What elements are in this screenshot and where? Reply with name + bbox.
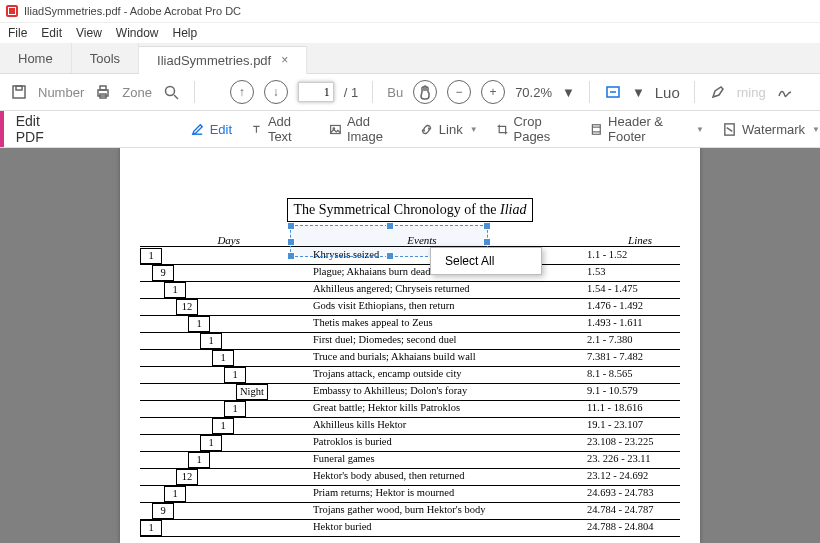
event-cell: First duel; Diomedes; second duel — [310, 333, 584, 349]
hand-tool-icon[interactable] — [413, 80, 437, 104]
table-row[interactable]: 1Trojans attack, encamp outside city8.1 … — [140, 367, 680, 384]
menu-select-all[interactable]: Select All — [431, 250, 541, 272]
event-cell: Truce and burials; Akhaians build wall — [310, 350, 584, 366]
tab-tools[interactable]: Tools — [72, 43, 139, 73]
close-icon[interactable]: × — [281, 53, 288, 67]
highlight-icon[interactable] — [709, 83, 727, 101]
link-button[interactable]: Link▼ — [419, 122, 478, 137]
day-chip: 1 — [224, 367, 246, 383]
svg-rect-0 — [13, 86, 25, 98]
zoom-in-icon[interactable]: + — [481, 80, 505, 104]
sign-icon[interactable] — [776, 83, 794, 101]
day-chip: 1 — [212, 350, 234, 366]
page-title[interactable]: The Symmetrical Chronology of the Iliad — [287, 198, 534, 222]
event-cell: Embassy to Akhilleus; Dolon's foray — [310, 384, 584, 400]
window-title: IliadSymmetries.pdf - Adobe Acrobat Pro … — [24, 5, 241, 17]
add-text-button[interactable]: Add Text — [250, 114, 311, 144]
pdf-page[interactable]: The Symmetrical Chronology of the Iliad … — [120, 148, 700, 543]
lines-cell: 1.54 - 1.475 — [584, 282, 680, 298]
page-down-icon[interactable]: ↓ — [264, 80, 288, 104]
lines-cell: 11.1 - 18.616 — [584, 401, 680, 417]
day-chip: Night — [236, 384, 268, 400]
day-chip: 1 — [224, 401, 246, 417]
table-row[interactable]: 1Akhilleus kills Hektor19.1 - 23.107 — [140, 418, 680, 435]
table-row[interactable]: 1Priam returns; Hektor is mourned24.693 … — [140, 486, 680, 503]
table-row[interactable]: 1First duel; Diomedes; second duel2.1 - … — [140, 333, 680, 350]
lines-cell: 1.53 — [584, 265, 680, 281]
table-row[interactable]: 1Hektor buried24.788 - 24.804 — [140, 520, 680, 537]
svg-rect-1 — [16, 86, 22, 90]
page-up-icon[interactable]: ↑ — [230, 80, 254, 104]
day-chip: 1 — [188, 452, 210, 468]
fit-width-icon[interactable] — [604, 83, 622, 101]
lines-cell: 1.476 - 1.492 — [584, 299, 680, 315]
day-chip: 1 — [164, 486, 186, 502]
table-row[interactable]: 9Trojans gather wood, burn Hektor's body… — [140, 503, 680, 520]
menu-file[interactable]: File — [8, 26, 27, 40]
tab-document[interactable]: IliadSymmetries.pdf × — [139, 46, 307, 74]
lines-cell: 7.381 - 7.482 — [584, 350, 680, 366]
event-cell: Gods visit Ethiopians, then return — [310, 299, 584, 315]
main-toolbar: Number Zone ↑ ↓ / 1 Bu − + 70.2%▼ ▼ Luo … — [0, 74, 820, 111]
lines-cell: 23.108 - 23.225 — [584, 435, 680, 451]
context-menu: Select All — [430, 247, 542, 275]
table-row[interactable]: 12Gods visit Ethiopians, then return1.47… — [140, 299, 680, 316]
table-row[interactable]: 9Plague; Akhaians burn dead bodies1.53 — [140, 265, 680, 282]
luo-label: Luo — [655, 84, 680, 101]
menu-edit[interactable]: Edit — [41, 26, 62, 40]
day-chip: 9 — [152, 265, 174, 281]
print-icon[interactable] — [94, 83, 112, 101]
lines-cell: 1.493 - 1.611 — [584, 316, 680, 332]
save-icon[interactable] — [10, 83, 28, 101]
crop-pages-button[interactable]: Crop Pages — [496, 114, 573, 144]
day-chip: 12 — [176, 299, 198, 315]
table-row[interactable]: 1Akhilleus angered; Chryseis returned1.5… — [140, 282, 680, 299]
svg-line-6 — [174, 95, 178, 99]
table-row[interactable]: 1Funeral games23. 226 - 23.11 — [140, 452, 680, 469]
svg-point-5 — [165, 87, 174, 96]
event-cell: Hektor's body abused, then returned — [310, 469, 584, 485]
header-footer-button[interactable]: Header & Footer▼ — [590, 114, 704, 144]
event-cell: Priam returns; Hektor is mourned — [310, 486, 584, 502]
add-image-button[interactable]: Add Image — [329, 114, 401, 144]
tab-bar: Home Tools IliadSymmetries.pdf × — [0, 43, 820, 74]
lines-cell: 19.1 - 23.107 — [584, 418, 680, 434]
menu-help[interactable]: Help — [173, 26, 198, 40]
day-chip: 1 — [140, 248, 162, 264]
table-row[interactable]: 1Patroklos is buried23.108 - 23.225 — [140, 435, 680, 452]
bu-label: Bu — [387, 85, 403, 100]
ghost-number: Number — [38, 85, 84, 100]
day-chip: 9 — [152, 503, 174, 519]
hdr-lines: Lines — [600, 234, 680, 246]
svg-rect-9 — [331, 125, 341, 133]
lines-cell: 24.788 - 24.804 — [584, 520, 680, 536]
menu-view[interactable]: View — [76, 26, 102, 40]
table-row[interactable]: 1Great battle; Hektor kills Patroklos11.… — [140, 401, 680, 418]
event-cell: Patroklos is buried — [310, 435, 584, 451]
table-row[interactable]: NightEmbassy to Akhilleus; Dolon's foray… — [140, 384, 680, 401]
watermark-button[interactable]: Watermark▼ — [722, 122, 820, 137]
zoom-out-icon[interactable]: − — [447, 80, 471, 104]
event-cell: Akhilleus kills Hektor — [310, 418, 584, 434]
lines-cell: 24.784 - 24.787 — [584, 503, 680, 519]
lines-cell: 23.12 - 24.692 — [584, 469, 680, 485]
table-row[interactable]: 1Khryseis seized1.1 - 1.52 — [140, 248, 680, 265]
hdr-days: Days — [140, 234, 244, 246]
edit-pdf-title: Edit PDF — [4, 111, 80, 147]
page-number-input[interactable] — [298, 82, 334, 102]
tab-home[interactable]: Home — [0, 43, 72, 73]
table-row[interactable]: 1Truce and burials; Akhaians build wall7… — [140, 350, 680, 367]
title-bar: IliadSymmetries.pdf - Adobe Acrobat Pro … — [0, 0, 820, 23]
edit-button[interactable]: Edit — [190, 122, 232, 137]
zoom-level[interactable]: 70.2% — [515, 85, 552, 100]
table-row[interactable]: 1Thetis makes appeal to Zeus1.493 - 1.61… — [140, 316, 680, 333]
svg-line-15 — [727, 127, 733, 131]
document-workspace[interactable]: The Symmetrical Chronology of the Iliad … — [0, 148, 820, 543]
search-icon[interactable] — [162, 83, 180, 101]
svg-rect-3 — [100, 86, 106, 90]
lines-cell: 2.1 - 7.380 — [584, 333, 680, 349]
menu-window[interactable]: Window — [116, 26, 159, 40]
table-row[interactable]: 12Hektor's body abused, then returned23.… — [140, 469, 680, 486]
event-cell: Thetis makes appeal to Zeus — [310, 316, 584, 332]
hdr-events: Events — [244, 234, 600, 246]
